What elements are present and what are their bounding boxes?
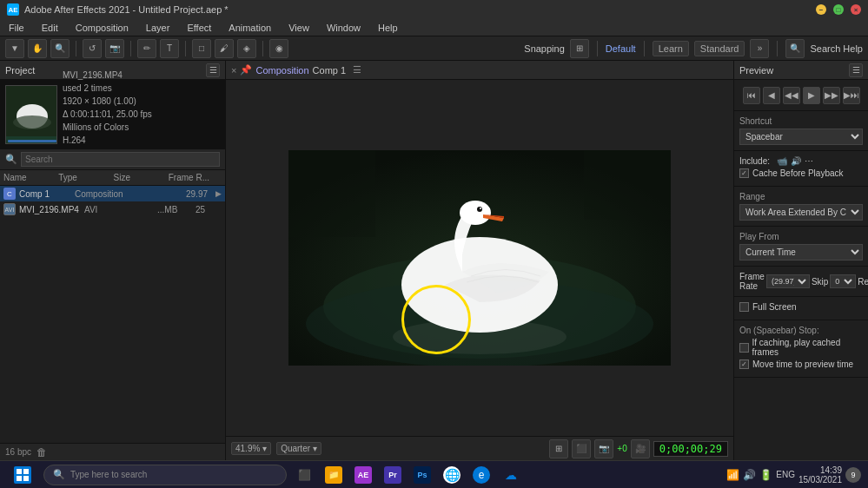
main-area: Project ☰ MVI_2196.MP4 used 2 times 1920… — [0, 61, 868, 460]
transparency-button[interactable]: ⬛ — [572, 439, 591, 458]
menu-bar: File Edit Composition Layer Effect Anima… — [0, 19, 868, 36]
menu-effect[interactable]: Effect — [183, 23, 215, 33]
proj-item-size-1: ...MB — [157, 205, 192, 214]
timecode-display[interactable]: 0;00;00;29 — [653, 441, 728, 457]
tool-rotate[interactable]: ↺ — [83, 39, 102, 58]
tool-camera[interactable]: 📷 — [105, 39, 124, 58]
proj-item-type-0: Composition — [75, 189, 144, 199]
taskbar-chrome[interactable]: 🌐 — [440, 463, 464, 487]
composition-tab[interactable]: Comp 1 — [313, 65, 347, 76]
comp-tab-menu-icon[interactable]: ☰ — [353, 64, 361, 76]
menu-file[interactable]: File — [5, 23, 28, 33]
taskbar-search-bar[interactable]: 🔍 Type here to search — [43, 465, 287, 485]
cache-before-playback-label: Cache Before Playback — [752, 168, 844, 178]
svg-rect-13 — [288, 150, 375, 237]
play-from-select[interactable]: Current Time — [739, 244, 863, 260]
range-select[interactable]: Work Area Extended By Current... — [739, 204, 863, 221]
menu-window[interactable]: Window — [323, 23, 364, 33]
svg-rect-15 — [17, 469, 22, 474]
comp-pin-icon[interactable]: 📌 — [240, 64, 252, 76]
tool-text[interactable]: T — [160, 39, 179, 58]
tool-pen[interactable]: ✏ — [137, 39, 156, 58]
thumb-filename: MVI_2196.MP4 — [63, 69, 220, 82]
shortcut-select[interactable]: Spacebar — [739, 129, 863, 145]
tool-paint[interactable]: 🖌 — [215, 39, 234, 58]
preview-last-button[interactable]: ▶⏭ — [843, 87, 860, 104]
camera-view-button[interactable]: 🎥 — [631, 439, 650, 458]
preview-menu-button[interactable]: ☰ — [849, 63, 863, 77]
include-label: Include: — [739, 156, 770, 166]
project-item-mvi[interactable]: AVI MVI_2196.MP4 AVI ...MB 25 — [0, 201, 225, 217]
tool-zoom[interactable]: 🔍 — [50, 39, 70, 58]
preview-shortcut-section: Shortcut Spacebar — [734, 111, 868, 151]
taskbar-premiere[interactable]: Pr — [381, 463, 405, 487]
project-thumbnail-info: MVI_2196.MP4 used 2 times 1920 × 1080 (1… — [63, 69, 220, 160]
move-time-checkbox[interactable] — [739, 359, 749, 369]
onedrive-icon: ☁ — [502, 466, 520, 484]
taskbar-edge[interactable]: e — [469, 463, 494, 487]
project-columns: Name Type Size Frame R... — [0, 170, 225, 186]
taskbar-after-effects[interactable]: AE — [351, 463, 375, 487]
zoom-select[interactable]: 41.9% ▾ — [231, 442, 271, 455]
toolbar-separator-4 — [262, 41, 263, 56]
composition-canvas — [288, 150, 671, 366]
preview-play-button[interactable]: ▶ — [803, 87, 820, 104]
taskbar-notification-badge[interactable]: 9 — [845, 467, 861, 483]
tool-puppet[interactable]: ◉ — [269, 39, 288, 58]
overflow-icon[interactable]: ⋯ — [805, 156, 813, 166]
proj-item-fr-1: 25 — [195, 205, 222, 214]
cache-before-playback-checkbox[interactable] — [739, 168, 749, 178]
close-button[interactable]: × — [851, 4, 861, 15]
project-search-area: 🔍 — [0, 149, 225, 170]
tool-stamp[interactable]: ◈ — [237, 39, 256, 58]
video-icon[interactable]: 📹 — [777, 156, 787, 166]
menu-help[interactable]: Help — [374, 23, 401, 33]
search-icon: 🔍 — [5, 154, 17, 165]
preview-step-fwd-button[interactable]: ▶▶ — [823, 87, 840, 104]
audio-icon[interactable]: 🔊 — [791, 156, 801, 166]
tool-select[interactable]: ▼ — [5, 39, 24, 58]
snap-toggle[interactable]: ⊞ — [570, 39, 589, 58]
taskbar-photoshop[interactable]: Ps — [410, 463, 434, 487]
taskbar: 🔍 Type here to search ⬛ 📁 AE Pr Ps 🌐 e ☁… — [0, 460, 868, 488]
svg-point-2 — [13, 115, 51, 129]
project-search-input[interactable] — [21, 152, 220, 167]
learn-button[interactable]: Learn — [653, 41, 689, 56]
menu-animation[interactable]: Animation — [225, 23, 275, 33]
taskbar-file-explorer[interactable]: 📁 — [321, 463, 346, 487]
frame-rate-select[interactable]: (29.97) — [766, 274, 810, 288]
search-button[interactable]: 🔍 — [785, 39, 805, 58]
if-caching-checkbox[interactable] — [739, 343, 749, 353]
project-item-comp1[interactable]: C Comp 1 Composition 29.97 ▶ — [0, 186, 225, 201]
grid-button[interactable]: ⊞ — [549, 439, 568, 458]
svg-point-12 — [393, 320, 567, 354]
fullscreen-checkbox[interactable] — [739, 302, 749, 312]
composition-viewer[interactable] — [226, 80, 733, 436]
preview-step-back-button[interactable]: ◀◀ — [783, 87, 800, 104]
windows-icon-svg — [17, 469, 29, 481]
preview-include-section: Include: 📹 🔊 ⋯ Cache Before Playback — [734, 151, 868, 187]
taskbar-task-view[interactable]: ⬛ — [292, 463, 316, 487]
snapshot-button[interactable]: 📷 — [594, 439, 613, 458]
skip-label: Skip — [812, 277, 828, 287]
tool-shape[interactable]: □ — [192, 39, 211, 58]
menu-composition[interactable]: Composition — [72, 23, 132, 33]
comp-close-icon[interactable]: × — [231, 65, 236, 76]
start-button[interactable] — [7, 463, 38, 487]
menu-view[interactable]: View — [285, 23, 313, 33]
tool-hand[interactable]: ✋ — [28, 39, 47, 58]
preview-first-button[interactable]: ⏮ — [743, 87, 760, 104]
more-workspaces[interactable]: » — [750, 39, 769, 58]
trash-icon[interactable]: 🗑 — [36, 446, 47, 458]
preview-prev-button[interactable]: ◀ — [763, 87, 780, 104]
menu-layer[interactable]: Layer — [142, 23, 174, 33]
standard-button[interactable]: Standard — [694, 41, 745, 56]
menu-edit[interactable]: Edit — [38, 23, 62, 33]
maximize-button[interactable]: □ — [833, 4, 844, 15]
quality-select[interactable]: Quarter ▾ — [276, 442, 321, 455]
skip-select[interactable]: 0 — [830, 274, 856, 288]
frame-rate-label: Frame Rate — [739, 272, 765, 291]
minimize-button[interactable]: − — [816, 4, 826, 15]
comp-icon: C — [3, 188, 16, 200]
taskbar-onedrive[interactable]: ☁ — [499, 463, 523, 487]
